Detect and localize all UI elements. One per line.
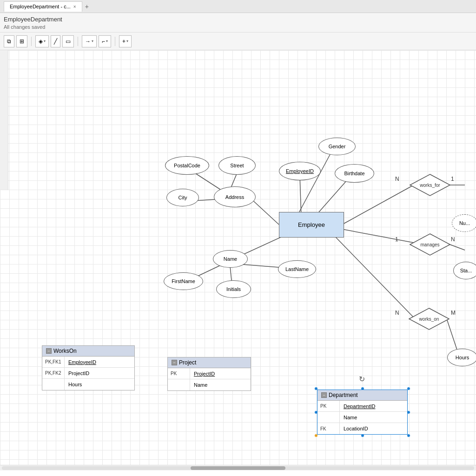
- horizontal-scrollbar[interactable]: [0, 465, 476, 470]
- workson-key-2: [42, 379, 65, 390]
- department-table-container[interactable]: ↻ − Department PK DepartmentID Name: [317, 390, 408, 435]
- city-ellipse[interactable]: City: [166, 189, 199, 206]
- postalcode-ellipse[interactable]: PostalCode: [165, 156, 209, 175]
- manages-diamond[interactable]: manages: [409, 233, 451, 256]
- browser-tab[interactable]: EmployeeDepartment - c... ×: [4, 1, 82, 12]
- fill-btn[interactable]: ◈ ▾: [35, 35, 49, 47]
- line-btn[interactable]: ╱: [51, 35, 60, 47]
- tab-close-btn[interactable]: ×: [73, 4, 76, 9]
- new-tab-btn[interactable]: +: [82, 2, 92, 11]
- project-key-0: PK: [168, 368, 190, 379]
- hours-ellipse[interactable]: Hours: [447, 349, 476, 366]
- scrollbar-thumb[interactable]: [191, 466, 285, 470]
- workson-header: − WorksOn: [42, 346, 134, 357]
- firstname-label: FirstName: [172, 278, 195, 284]
- scrollbar-track[interactable]: [2, 466, 474, 470]
- firstname-ellipse[interactable]: FirstName: [164, 272, 203, 290]
- project-key-1: [168, 379, 190, 390]
- dept-field-2: LocationID: [340, 423, 372, 434]
- shape-btn[interactable]: ▭: [62, 35, 74, 47]
- project-minimize-btn[interactable]: −: [172, 360, 177, 365]
- dept-key-0: PK: [317, 401, 340, 411]
- manages-diamond-svg: manages: [409, 233, 451, 256]
- workson-field-2: Hours: [65, 379, 86, 390]
- name-label: Name: [224, 256, 237, 262]
- one-manages: 1: [395, 236, 398, 243]
- refresh-icon[interactable]: ↻: [359, 375, 365, 383]
- department-table[interactable]: − Department PK DepartmentID Name FK Loc…: [317, 390, 408, 435]
- workson-row-1: PK,FK2 ProjectID: [42, 368, 134, 379]
- copy-btn[interactable]: ⧉: [4, 35, 14, 47]
- workson-key-1: PK,FK2: [42, 368, 65, 378]
- employee-entity[interactable]: Employee: [279, 212, 344, 238]
- svg-text:works_on: works_on: [419, 317, 439, 322]
- workson-row-0: PK,FK1 EmployeeID: [42, 357, 134, 368]
- workson-table[interactable]: − WorksOn PK,FK1 EmployeeID PK,FK2 Proje…: [42, 345, 135, 390]
- lastname-ellipse[interactable]: LastName: [278, 260, 316, 278]
- svg-text:manages: manages: [420, 242, 439, 247]
- workson-key-0: PK,FK1: [42, 357, 65, 367]
- sta-ellipse[interactable]: Sta...: [453, 262, 476, 279]
- street-ellipse[interactable]: Street: [218, 156, 256, 175]
- browser-bar: EmployeeDepartment - c... × +: [0, 0, 476, 13]
- address-label: Address: [225, 194, 244, 200]
- project-row-1: Name: [168, 379, 251, 390]
- fill-icon: ◈: [39, 38, 43, 45]
- works-for-diamond[interactable]: works_for: [409, 173, 451, 197]
- n-works-for: N: [395, 176, 399, 182]
- app-header: EmployeeDepartment All changes saved: [0, 13, 476, 33]
- project-table[interactable]: − Project PK ProjectID Name: [167, 357, 251, 391]
- route-btn[interactable]: ⌐ ▾: [99, 35, 111, 47]
- lastname-label: LastName: [285, 266, 309, 272]
- arrow-dropdown-arrow: ▾: [92, 39, 93, 43]
- project-title: Project: [179, 359, 196, 366]
- svg-text:works_for: works_for: [419, 183, 440, 188]
- copy-icon: ⧉: [7, 38, 11, 45]
- dept-key-1: [317, 412, 340, 423]
- employeeid-ellipse[interactable]: EmployeeID: [279, 162, 321, 180]
- svg-line-11: [342, 185, 414, 225]
- birthdate-label: Birthdate: [344, 171, 364, 176]
- works-for-diamond-svg: works_for: [409, 173, 451, 197]
- birthdate-ellipse[interactable]: Birthdate: [335, 164, 374, 183]
- dept-row-2: FK LocationID: [317, 423, 407, 434]
- shape-icon: ▭: [66, 38, 71, 45]
- paste-btn[interactable]: ⊞: [16, 35, 27, 47]
- toolbar: ⧉ ⊞ ◈ ▾ ╱ ▭ → ▾ ⌐ ▾ + ▾: [0, 33, 476, 50]
- city-label: City: [178, 195, 187, 200]
- workson-row-2: Hours: [42, 379, 134, 390]
- m-works-on: M: [451, 310, 456, 316]
- app-status: All changes saved: [4, 24, 472, 30]
- add-btn[interactable]: + ▾: [119, 35, 132, 47]
- department-header: − Department: [317, 390, 407, 401]
- left-panel: [0, 50, 8, 190]
- arrow-btn[interactable]: → ▾: [82, 35, 97, 47]
- workson-field-0: EmployeeID: [65, 357, 100, 367]
- num-ellipse[interactable]: Nu...: [452, 214, 476, 232]
- svg-line-4: [298, 150, 332, 215]
- separator-3: [115, 37, 115, 46]
- dept-row-1: Name: [317, 412, 407, 423]
- one-works-for: 1: [451, 176, 454, 182]
- department-minimize-btn[interactable]: −: [321, 392, 327, 398]
- separator-2: [78, 37, 78, 46]
- workson-minimize-btn[interactable]: −: [46, 348, 52, 354]
- sta-label: Sta...: [460, 268, 472, 273]
- works-on-diamond[interactable]: works_on: [408, 307, 450, 331]
- gender-label: Gender: [329, 144, 346, 149]
- fill-dropdown-arrow: ▾: [44, 39, 46, 43]
- initials-ellipse[interactable]: Initials: [216, 280, 251, 298]
- name-ellipse[interactable]: Name: [213, 250, 248, 268]
- route-icon: ⌐: [102, 38, 105, 45]
- n-manages: N: [451, 236, 455, 243]
- canvas[interactable]: Employee Address PostalCode Street City …: [0, 50, 476, 470]
- address-ellipse[interactable]: Address: [214, 186, 256, 207]
- arrow-icon: →: [85, 38, 91, 45]
- num-label: Nu...: [459, 220, 470, 226]
- svg-line-6: [300, 176, 301, 217]
- workson-field-1: ProjectID: [65, 368, 93, 378]
- gender-ellipse[interactable]: Gender: [318, 138, 356, 155]
- dept-row-0: PK DepartmentID: [317, 401, 407, 412]
- app-title: EmployeeDepartment: [4, 15, 472, 24]
- dept-field-0: DepartmentID: [340, 401, 379, 411]
